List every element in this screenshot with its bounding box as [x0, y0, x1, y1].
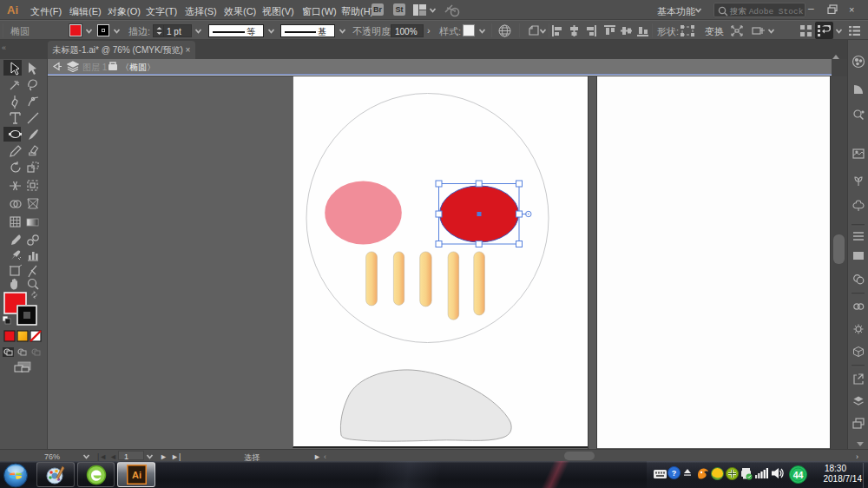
svg-text:Ai: Ai: [132, 470, 141, 480]
svg-text:?: ?: [672, 469, 677, 478]
